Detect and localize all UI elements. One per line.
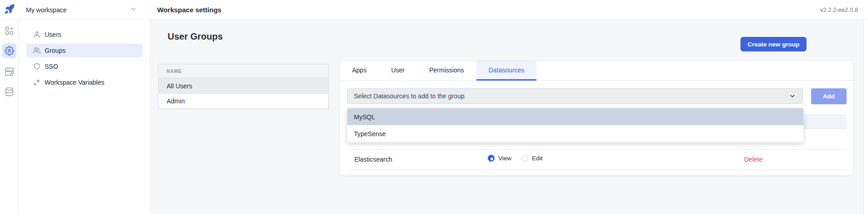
- settings-sidebar: Users Groups SSO Workspace Variables: [19, 20, 150, 214]
- sidebar-item-users[interactable]: Users: [26, 28, 143, 41]
- users-icon: [33, 47, 41, 54]
- datasource-icon[interactable]: [5, 67, 14, 76]
- top-bar: My workspace Workspace settings v2.2.2-e…: [0, 0, 868, 20]
- sidebar-item-sso[interactable]: SSO: [26, 60, 143, 73]
- datasource-name: Elasticsearch: [354, 156, 392, 163]
- sidebar-item-workspace-variables[interactable]: Workspace Variables: [26, 76, 143, 89]
- apps-icon[interactable]: [5, 26, 14, 36]
- sidebar-item-label: Workspace Variables: [45, 79, 104, 86]
- radio-option-edit[interactable]: Edit: [521, 155, 542, 162]
- sidebar-item-label: Users: [45, 31, 61, 38]
- main-content: User Groups Create new group NAME All Us…: [150, 20, 864, 214]
- radio-edit-label: Edit: [532, 155, 542, 162]
- tab-datasources[interactable]: Datasources: [476, 61, 537, 81]
- variable-icon: [33, 79, 41, 86]
- group-row-all-users[interactable]: All Users: [158, 78, 328, 93]
- radio-option-view[interactable]: View: [488, 155, 511, 162]
- sidebar-item-label: Groups: [45, 47, 66, 54]
- icon-rail: [0, 20, 19, 214]
- chevron-down-icon: [789, 92, 796, 100]
- create-new-group-button[interactable]: Create new group: [740, 37, 807, 51]
- groups-table: NAME All Users Admin: [158, 64, 329, 109]
- datasource-row-elasticsearch: Elasticsearch View Edit Delete: [347, 150, 847, 170]
- chevron-down-icon[interactable]: [130, 5, 137, 13]
- gear-icon: [5, 46, 14, 56]
- radio-view-label: View: [498, 155, 511, 162]
- settings-nav-active[interactable]: [2, 43, 16, 58]
- delete-link[interactable]: Delete: [744, 156, 762, 163]
- tab-user[interactable]: User: [379, 61, 417, 81]
- workspace-selector-label: My workspace: [26, 6, 66, 14]
- permission-radio-group: View Edit: [488, 155, 542, 162]
- add-button[interactable]: Add: [811, 88, 847, 104]
- shield-icon: [33, 63, 41, 70]
- page-title: Workspace settings: [157, 0, 221, 20]
- user-icon: [33, 31, 41, 38]
- datasource-dropdown-menu: MySQL TypeSense: [347, 108, 804, 143]
- sidebar-item-groups[interactable]: Groups: [26, 44, 143, 57]
- page-heading: User Groups: [168, 31, 223, 42]
- datasource-select-placeholder: Select Datasources to add to the group: [354, 92, 789, 100]
- dropdown-option-typesense[interactable]: TypeSense: [347, 125, 803, 142]
- tab-bar: Apps User Permissions Datasources: [340, 61, 853, 81]
- version-label: v2.2.2-ee2.0.8: [820, 0, 858, 20]
- tab-permissions[interactable]: Permissions: [417, 61, 476, 81]
- dropdown-option-mysql[interactable]: MySQL: [347, 108, 803, 125]
- radio-edit-icon[interactable]: [521, 155, 528, 162]
- datasource-select[interactable]: Select Datasources to add to the group: [347, 88, 803, 104]
- tab-apps[interactable]: Apps: [340, 61, 379, 81]
- sidebar-item-label: SSO: [45, 63, 58, 70]
- group-row-admin[interactable]: Admin: [158, 93, 328, 108]
- radio-view-checked-icon[interactable]: [488, 155, 495, 162]
- database-icon[interactable]: [5, 87, 14, 97]
- app-logo-rocket-icon[interactable]: [4, 4, 15, 15]
- group-detail-card: Apps User Permissions Datasources Select…: [339, 61, 853, 176]
- groups-table-header: NAME: [158, 64, 328, 78]
- workspace-selector[interactable]: My workspace: [26, 0, 66, 20]
